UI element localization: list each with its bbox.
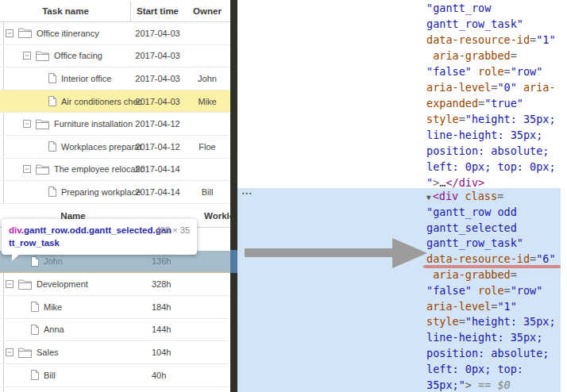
code-line[interactable]: left: 0px; top: 0px; xyxy=(426,159,556,175)
code-token: data-resource-id xyxy=(426,252,530,265)
collapse-toggle-icon[interactable] xyxy=(6,280,14,288)
tree-item-label: Preparing workplace xyxy=(61,187,141,197)
code-line[interactable]: aria-grabbed= xyxy=(426,48,517,63)
code-line[interactable]: "gantt_row odd xyxy=(426,205,517,221)
code-token: = xyxy=(504,284,511,297)
tooltip-tag-name: div xyxy=(9,225,21,235)
collapse-toggle-icon[interactable] xyxy=(6,348,14,356)
task-row[interactable]: The employee relocatic2017-04-14 xyxy=(0,159,230,182)
resource-row[interactable]: Anna144h xyxy=(0,319,230,342)
code-token: </div> xyxy=(446,176,484,189)
code-token: " xyxy=(426,176,433,189)
code-line[interactable]: 35px;"> == $0 xyxy=(426,378,511,392)
resource-row[interactable]: Sales104h xyxy=(0,341,230,364)
code-line[interactable]: "false" role="row" xyxy=(426,63,542,79)
code-token: aria-grabbed xyxy=(426,268,511,281)
code-token: line-height: 35px; xyxy=(426,331,542,344)
code-token: "height: 35px; xyxy=(465,315,556,328)
collapse-toggle-icon[interactable] xyxy=(6,29,14,37)
code-line[interactable]: "gantt_row xyxy=(426,0,491,16)
collapse-toggle-icon[interactable] xyxy=(23,52,31,60)
code-token: "1" xyxy=(497,300,516,313)
owner-cell: John xyxy=(184,67,230,90)
code-token: "gantt_row odd xyxy=(426,206,517,218)
code-line[interactable]: style="height: 35px; xyxy=(426,111,556,127)
code-line[interactable]: style="height: 35px; xyxy=(426,314,556,330)
code-line[interactable]: gantt_row_task" xyxy=(426,236,523,252)
tree-item-label: Office facing xyxy=(54,51,102,60)
code-line[interactable]: aria-level="1" xyxy=(426,299,517,315)
tree-item-label: Interior office xyxy=(61,74,111,83)
task-row[interactable]: Office facing2017-04-03 xyxy=(0,45,230,68)
code-line[interactable]: aria-level="0" aria- xyxy=(426,79,556,95)
tree-item-label: Air conditioners chec xyxy=(61,97,142,106)
code-line[interactable]: gantt_selected xyxy=(426,221,517,236)
start-time-cell: 2017-04-12 xyxy=(131,113,184,135)
code-line[interactable]: left: 0px; top: xyxy=(426,362,523,378)
tooltip-dimensions: 458 × 35 xyxy=(156,225,190,235)
resource-row[interactable]: Bill40h xyxy=(0,364,230,387)
workload-cell: 104h xyxy=(148,341,202,363)
code-token: "6" xyxy=(536,252,555,265)
start-time-cell: 2017-04-03 xyxy=(131,67,184,90)
folder-icon xyxy=(18,279,32,290)
column-header-start-time: Start time xyxy=(131,0,184,21)
workload-cell: 144h xyxy=(148,319,202,341)
code-token: = xyxy=(504,65,511,78)
column-header-task-name: Task name xyxy=(0,0,131,21)
splitter-selected-row-mark xyxy=(230,250,237,273)
code-token: "height: 35px; xyxy=(465,113,556,125)
code-line[interactable]: ▼<div class= xyxy=(426,189,503,205)
code-line[interactable]: line-height: 35px; xyxy=(426,330,542,346)
tree-name-cell: Anna xyxy=(0,319,161,341)
inspect-tooltip-selector: div.gantt_row.odd.gantt_selected.gantt_r… xyxy=(9,224,174,249)
task-row[interactable]: Furniture installation2017-04-12 xyxy=(0,113,230,136)
task-row[interactable]: Air conditioners chec2017-04-03Mike xyxy=(0,90,230,113)
start-time-cell: 2017-04-12 xyxy=(131,136,184,158)
code-token: "row" xyxy=(511,65,543,78)
code-line[interactable]: position: absolute; xyxy=(426,143,549,159)
code-line[interactable]: ">…</div> xyxy=(426,175,484,190)
expand-arrow-icon[interactable]: ▼ xyxy=(426,193,431,202)
code-token: = xyxy=(478,97,484,110)
code-token: "gantt_row xyxy=(426,2,491,14)
overflow-dots: ▪▪▪ xyxy=(242,190,253,196)
code-line[interactable]: expanded="true" xyxy=(426,95,523,111)
code-token: "true" xyxy=(484,97,523,110)
task-row[interactable]: Interior office2017-04-03John xyxy=(0,67,230,90)
code-token: "false" xyxy=(426,65,472,78)
collapse-toggle-icon[interactable] xyxy=(23,165,31,173)
folder-icon xyxy=(36,164,49,175)
task-row[interactable]: Office itinerancy2017-04-03 xyxy=(0,22,230,45)
tree-name-cell: Sales xyxy=(0,341,136,363)
grid-splitter[interactable] xyxy=(230,0,237,392)
collapse-toggle-icon[interactable] xyxy=(23,120,31,128)
tree-item-label: Development xyxy=(37,279,88,289)
code-line[interactable]: aria-grabbed= xyxy=(426,267,517,283)
tree-name-cell: Bill xyxy=(0,364,161,386)
code-token: line-height: 35px; xyxy=(426,129,542,141)
folder-icon xyxy=(36,51,49,61)
tree-item-label: Workplaces preparat xyxy=(61,142,141,152)
code-line[interactable]: line-height: 35px; xyxy=(426,127,542,143)
code-token: = xyxy=(511,268,517,281)
start-time-cell: 2017-04-03 xyxy=(131,45,184,67)
annotation-arrow xyxy=(241,236,432,271)
code-token: position: absolute; xyxy=(426,144,549,157)
column-header-owner: Owner xyxy=(184,0,230,21)
resource-row[interactable]: Development328h xyxy=(0,273,230,296)
file-icon xyxy=(31,302,39,312)
task-row[interactable]: Workplaces preparat2017-04-12Floe xyxy=(0,136,230,159)
code-token: = xyxy=(497,190,503,202)
code-line[interactable]: data-resource-id="1" xyxy=(426,32,556,48)
resource-row[interactable]: Mike184h xyxy=(0,296,230,319)
gantt-devtools-screenshot: Task name Start time Owner Office itiner… xyxy=(0,0,567,392)
code-token xyxy=(472,65,478,78)
gantt-grid-panel: Task name Start time Owner Office itiner… xyxy=(0,0,230,392)
code-line[interactable]: gantt_row_task" xyxy=(426,16,523,32)
task-row[interactable]: Preparing workplace2017-04-14Bill xyxy=(0,181,230,204)
code-line[interactable]: position: absolute; xyxy=(426,346,549,362)
code-line[interactable]: "false" role="row" xyxy=(426,283,542,299)
tree-item-label: Bill xyxy=(44,371,56,380)
file-icon xyxy=(31,325,39,335)
